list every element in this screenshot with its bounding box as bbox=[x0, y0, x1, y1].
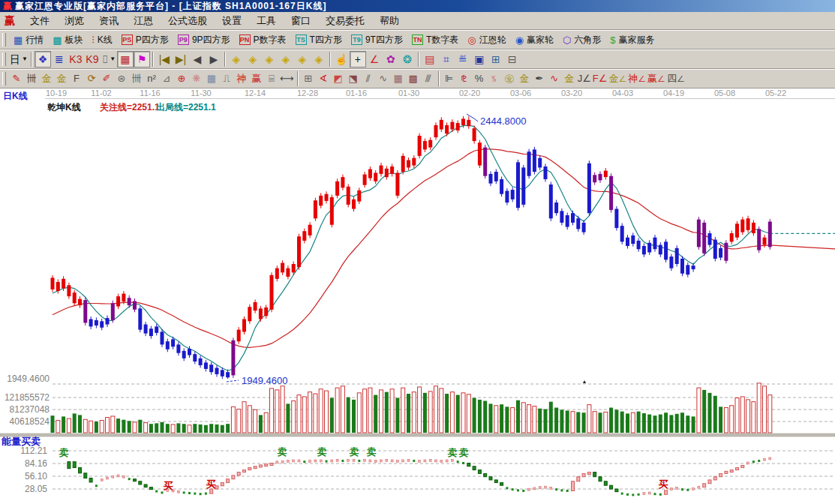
angle-measure-icon[interactable]: ∠ bbox=[366, 51, 383, 68]
menu-item-0[interactable]: 文件 bbox=[23, 14, 57, 28]
gold-grid-a-icon[interactable]: 金 bbox=[39, 71, 54, 86]
kline-button[interactable]: ⫶K线 bbox=[88, 32, 117, 48]
fan-slant-icon[interactable]: ⬔ bbox=[346, 71, 361, 86]
fine-grid2-icon[interactable]: ▩ bbox=[406, 71, 421, 86]
gold-level-icon[interactable]: 金 bbox=[562, 71, 577, 86]
net-query-icon[interactable]: ⊞ bbox=[488, 51, 504, 68]
wave9-icon[interactable]: K9 bbox=[84, 51, 101, 68]
menu-item-8[interactable]: 交易委托 bbox=[318, 14, 372, 28]
period-selector[interactable]: 日▼ bbox=[9, 51, 29, 68]
grid-123-icon[interactable]: ⌸ bbox=[264, 71, 279, 86]
chart-area[interactable]: 10-1911-0211-1611-3012-1412-2801-1601-30… bbox=[0, 88, 835, 504]
crosshair-icon[interactable]: + bbox=[350, 51, 366, 68]
menu-item-7[interactable]: 窗口 bbox=[284, 14, 318, 28]
zigzag-icon[interactable]: ∿ bbox=[376, 71, 391, 86]
red-wave-icon[interactable]: ∿ bbox=[547, 71, 562, 86]
menu-item-2[interactable]: 资讯 bbox=[92, 14, 126, 28]
first-bar-icon[interactable]: |◀ bbox=[156, 51, 173, 68]
save-icon[interactable]: ▣ bbox=[471, 51, 488, 68]
calculator-icon[interactable]: ⌗ bbox=[438, 51, 455, 68]
menu-item-4[interactable]: 公式选股 bbox=[161, 14, 215, 28]
circle-ticks-icon[interactable]: ⊛ bbox=[114, 71, 129, 86]
pane-separator[interactable] bbox=[0, 434, 835, 436]
box-tool-icon[interactable]: ⊞ bbox=[301, 71, 316, 86]
gold-circle-icon[interactable]: ㊎ bbox=[502, 71, 517, 86]
f-angle-icon[interactable]: F∠ bbox=[592, 71, 608, 86]
menu-item-9[interactable]: 帮助 bbox=[372, 14, 407, 28]
menu-item-3[interactable]: 江恩 bbox=[126, 14, 161, 28]
win-angle-icon[interactable]: 赢∠ bbox=[647, 71, 666, 86]
t-percent-icon[interactable]: ⅊ bbox=[457, 71, 472, 86]
kline-chart[interactable]: 10-1911-0211-1611-3012-1412-2801-1601-30… bbox=[0, 88, 835, 504]
snowflake-icon[interactable]: ❋ bbox=[189, 71, 204, 86]
calendar-icon[interactable]: ▤ bbox=[422, 51, 438, 68]
hand-drag-icon[interactable]: ☝ bbox=[333, 51, 350, 68]
diamond-tool-2-icon[interactable]: ◈ bbox=[245, 51, 261, 68]
shen-grid-icon[interactable]: 神 bbox=[234, 71, 249, 86]
parallels-icon[interactable]: ⫻ bbox=[421, 71, 436, 86]
shen-angle-icon[interactable]: 神∠ bbox=[627, 71, 647, 86]
k-mark-icon[interactable]: ⎍ bbox=[219, 71, 234, 86]
indicator-candle bbox=[665, 490, 668, 494]
hexagon-button[interactable]: ⬡六角形 bbox=[558, 32, 605, 48]
brain-tool-icon[interactable]: ❂ bbox=[399, 51, 416, 68]
winner-service-button[interactable]: $赢家服务 bbox=[605, 32, 659, 48]
draw-pen-icon[interactable]: ✎ bbox=[9, 71, 24, 86]
quotes-button[interactable]: ▦行情 bbox=[9, 32, 48, 48]
red-target-icon[interactable]: ⊕ bbox=[174, 71, 189, 86]
seal-tool-icon[interactable]: ✿ bbox=[383, 51, 399, 68]
j-angle-icon[interactable]: J∠ bbox=[577, 71, 592, 86]
diamond-tool-3-icon[interactable]: ◈ bbox=[261, 51, 278, 68]
p9-square-button[interactable]: P99P四方形 bbox=[173, 32, 235, 48]
formula-flag-icon[interactable]: ⚑ bbox=[134, 51, 150, 68]
tick-ruler-icon[interactable]: 卌 bbox=[129, 71, 144, 86]
gold-line-icon[interactable]: 金 bbox=[517, 71, 532, 86]
fine-grid-icon[interactable]: ▦ bbox=[391, 71, 406, 86]
gold-grid-b-icon[interactable]: 金 bbox=[54, 71, 69, 86]
angle-rays-icon[interactable]: ⫽ bbox=[361, 71, 376, 86]
t-square-button[interactable]: TST四方形 bbox=[291, 32, 347, 48]
info-doc-icon[interactable]: ≣ bbox=[51, 51, 68, 68]
percent-line-icon[interactable]: ﹪ bbox=[487, 71, 502, 86]
win-grid-icon[interactable]: 赢 bbox=[249, 71, 264, 86]
pattern-blue-icon[interactable]: ❖ bbox=[35, 51, 51, 68]
scale-ruler-icon[interactable]: ⊫ bbox=[442, 71, 457, 86]
winner-wheel-button[interactable]: ◉赢家轮 bbox=[511, 32, 558, 48]
n-squared-icon[interactable]: n² bbox=[144, 71, 159, 86]
diamond-tool-1-icon[interactable]: ◈ bbox=[228, 51, 245, 68]
p-square-button[interactable]: PSP四方形 bbox=[117, 32, 173, 48]
span-arrows-icon[interactable]: ⟷ bbox=[279, 71, 295, 86]
percent-icon[interactable]: % bbox=[472, 71, 487, 86]
t-digit-button[interactable]: TNT数字表 bbox=[407, 32, 463, 48]
next-bar-icon[interactable]: ▶ bbox=[206, 51, 222, 68]
wave3-icon[interactable]: K3 bbox=[68, 51, 84, 68]
ink-pen-icon[interactable]: ✒ bbox=[532, 71, 547, 86]
last-bar-icon[interactable]: ▶| bbox=[173, 51, 189, 68]
gold-angle-icon[interactable]: 金∠ bbox=[608, 71, 627, 86]
menu-item-1[interactable]: 浏览 bbox=[57, 14, 92, 28]
pattern-red-icon[interactable]: ▦ bbox=[117, 51, 134, 68]
fan-box-icon[interactable]: ◩ bbox=[331, 71, 346, 86]
f-grid-icon[interactable]: F bbox=[69, 71, 84, 86]
diamond-tool-6-icon[interactable]: ◈ bbox=[311, 51, 327, 68]
prev-bar-icon[interactable]: ◀ bbox=[189, 51, 206, 68]
angle-flip-icon[interactable]: ⊿ bbox=[159, 71, 174, 86]
menu-item-6[interactable]: 工具 bbox=[249, 14, 284, 28]
p-digit-button[interactable]: PNP数字表 bbox=[235, 32, 291, 48]
fan-red-icon[interactable]: ∢ bbox=[316, 71, 331, 86]
t9-square-button[interactable]: T99T四方形 bbox=[347, 32, 407, 48]
five-spiral-icon[interactable]: ⟳ bbox=[84, 71, 99, 86]
sectors-button[interactable]: ▩板块 bbox=[48, 32, 87, 48]
candle-style-icon[interactable]: ⌷▼ bbox=[101, 51, 117, 68]
red-brush-icon[interactable]: ✐ bbox=[99, 71, 114, 86]
gann-wheel-button[interactable]: ◎江恩轮 bbox=[463, 32, 510, 48]
grid-small-icon[interactable]: 卌 bbox=[24, 71, 39, 86]
menu-item-5[interactable]: 设置 bbox=[215, 14, 249, 28]
indicator-axis-label: 56.10 bbox=[25, 471, 47, 482]
remote-icon[interactable]: ⊟ bbox=[504, 51, 521, 68]
diamond-tool-4-icon[interactable]: ◈ bbox=[278, 51, 294, 68]
notes-icon[interactable]: ≝ bbox=[455, 51, 471, 68]
diamond-tool-5-icon[interactable]: ◈ bbox=[294, 51, 311, 68]
four-angle-icon[interactable]: 四∠ bbox=[666, 71, 686, 86]
web-box-icon[interactable]: ▦ bbox=[204, 71, 219, 86]
